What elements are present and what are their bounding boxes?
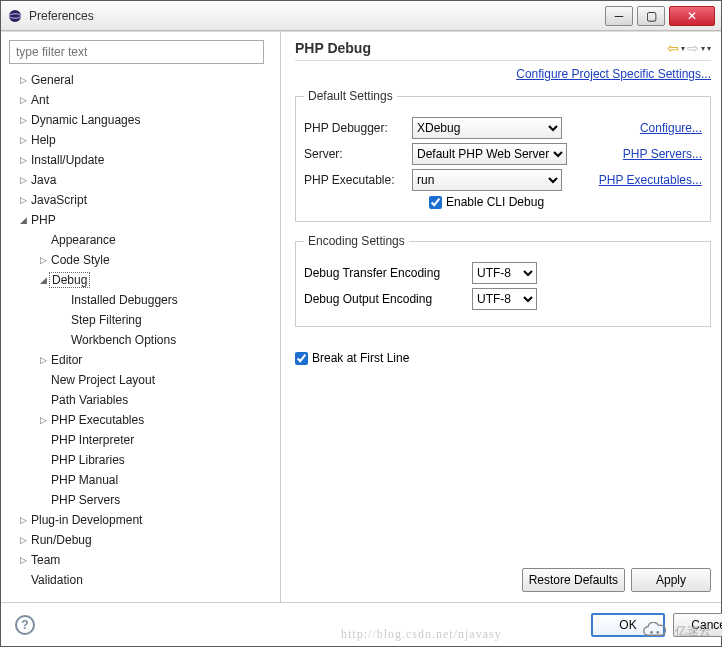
transfer-encoding-select[interactable]: UTF-8 [472, 262, 537, 284]
executable-select[interactable]: run [412, 169, 562, 191]
tree-item-label: Ant [29, 93, 51, 107]
expand-icon[interactable]: ▷ [17, 195, 29, 205]
tree-item[interactable]: ▷Ant [9, 90, 274, 110]
default-settings-group: Default Settings PHP Debugger: XDebug Co… [295, 89, 711, 222]
transfer-encoding-label: Debug Transfer Encoding [304, 266, 464, 280]
main-button-row: Restore Defaults Apply [295, 556, 711, 592]
tree-item[interactable]: Step Filtering [9, 310, 274, 330]
debugger-label: PHP Debugger: [304, 121, 404, 135]
enable-cli-label: Enable CLI Debug [446, 195, 544, 209]
break-first-label: Break at First Line [312, 351, 409, 365]
tree-item-label: Install/Update [29, 153, 106, 167]
tree-item[interactable]: ▷Run/Debug [9, 530, 274, 550]
tree-item[interactable]: ▷Code Style [9, 250, 274, 270]
tree-item[interactable]: New Project Layout [9, 370, 274, 390]
enable-cli-checkbox[interactable] [429, 196, 442, 209]
project-settings-row: Configure Project Specific Settings... [295, 67, 711, 81]
expand-icon[interactable]: ▷ [17, 155, 29, 165]
tree-item[interactable]: Workbench Options [9, 330, 274, 350]
tree-item-label: PHP Executables [49, 413, 146, 427]
tree-item[interactable]: ◢PHP [9, 210, 274, 230]
preferences-tree[interactable]: ▷General▷Ant▷Dynamic Languages▷Help▷Inst… [9, 70, 276, 598]
tree-item[interactable]: ▷JavaScript [9, 190, 274, 210]
tree-item-label: General [29, 73, 76, 87]
tree-item[interactable]: ▷PHP Executables [9, 410, 274, 430]
tree-item[interactable]: ◢Debug [9, 270, 274, 290]
break-first-row: Break at First Line [295, 351, 711, 365]
main-panel: PHP Debug ⇦▾ ⇨▾ ▾ Configure Project Spec… [281, 32, 721, 602]
tree-item-label: Step Filtering [69, 313, 144, 327]
restore-defaults-button[interactable]: Restore Defaults [522, 568, 625, 592]
encoding-legend: Encoding Settings [304, 234, 409, 248]
app-icon [7, 8, 23, 24]
tree-item[interactable]: ▷Install/Update [9, 150, 274, 170]
output-encoding-label: Debug Output Encoding [304, 292, 464, 306]
tree-item[interactable]: ▷Dynamic Languages [9, 110, 274, 130]
debugger-select[interactable]: XDebug [412, 117, 562, 139]
tree-item-label: JavaScript [29, 193, 89, 207]
tree-item-label: Code Style [49, 253, 112, 267]
server-label: Server: [304, 147, 404, 161]
back-icon[interactable]: ⇦ [667, 40, 679, 56]
expand-icon[interactable]: ◢ [17, 215, 29, 225]
tree-item[interactable]: ▷Java [9, 170, 274, 190]
expand-icon[interactable]: ▷ [17, 135, 29, 145]
tree-item-label: Workbench Options [69, 333, 178, 347]
maximize-button[interactable]: ▢ [637, 6, 665, 26]
view-menu-icon[interactable]: ▾ [707, 44, 711, 53]
close-button[interactable]: ✕ [669, 6, 715, 26]
tree-item[interactable]: ▷Editor [9, 350, 274, 370]
tree-item[interactable]: PHP Manual [9, 470, 274, 490]
output-encoding-select[interactable]: UTF-8 [472, 288, 537, 310]
tree-item-label: Installed Debuggers [69, 293, 180, 307]
preferences-window: Preferences ─ ▢ ✕ ▷General▷Ant▷Dynamic L… [0, 0, 722, 647]
tree-item[interactable]: PHP Interpreter [9, 430, 274, 450]
default-settings-legend: Default Settings [304, 89, 397, 103]
expand-icon[interactable]: ▷ [37, 255, 49, 265]
expand-icon[interactable]: ◢ [37, 275, 49, 285]
expand-icon[interactable]: ▷ [17, 75, 29, 85]
expand-icon[interactable]: ▷ [17, 95, 29, 105]
svg-point-3 [656, 631, 659, 634]
tree-item[interactable]: ▷Team [9, 550, 274, 570]
expand-icon[interactable]: ▷ [37, 415, 49, 425]
tree-item-label: PHP Manual [49, 473, 120, 487]
titlebar[interactable]: Preferences ─ ▢ ✕ [1, 1, 721, 31]
svg-point-2 [650, 631, 653, 634]
tree-item[interactable]: ▷General [9, 70, 274, 90]
tree-item[interactable]: ▷Help [9, 130, 274, 150]
back-menu-icon[interactable]: ▾ [681, 44, 685, 53]
expand-icon[interactable]: ▷ [17, 515, 29, 525]
expand-icon[interactable]: ▷ [17, 175, 29, 185]
server-select[interactable]: Default PHP Web Server [412, 143, 567, 165]
expand-icon[interactable]: ▷ [17, 115, 29, 125]
tree-item[interactable]: Installed Debuggers [9, 290, 274, 310]
tree-item[interactable]: Path Variables [9, 390, 274, 410]
help-icon[interactable]: ? [15, 615, 35, 635]
tree-item-label: New Project Layout [49, 373, 157, 387]
minimize-button[interactable]: ─ [605, 6, 633, 26]
expand-icon[interactable]: ▷ [17, 535, 29, 545]
expand-icon[interactable]: ▷ [17, 555, 29, 565]
tree-item[interactable]: PHP Servers [9, 490, 274, 510]
tree-item-label: Help [29, 133, 58, 147]
expand-icon[interactable]: ▷ [37, 355, 49, 365]
tree-item-label: Editor [49, 353, 84, 367]
forward-menu-icon[interactable]: ▾ [701, 44, 705, 53]
executable-label: PHP Executable: [304, 173, 404, 187]
php-servers-link[interactable]: PHP Servers... [623, 147, 702, 161]
main-header: PHP Debug ⇦▾ ⇨▾ ▾ [295, 40, 711, 61]
configure-project-link[interactable]: Configure Project Specific Settings... [516, 67, 711, 81]
filter-input[interactable] [9, 40, 264, 64]
tree-item[interactable]: Appearance [9, 230, 274, 250]
apply-button[interactable]: Apply [631, 568, 711, 592]
php-executables-link[interactable]: PHP Executables... [599, 173, 702, 187]
watermark: 亿速云 [641, 622, 711, 640]
break-first-checkbox[interactable] [295, 352, 308, 365]
tree-item-label: PHP [29, 213, 58, 227]
tree-item[interactable]: ▷Plug-in Development [9, 510, 274, 530]
configure-debugger-link[interactable]: Configure... [640, 121, 702, 135]
tree-item[interactable]: Validation [9, 570, 274, 590]
tree-item[interactable]: PHP Libraries [9, 450, 274, 470]
forward-icon[interactable]: ⇨ [687, 40, 699, 56]
